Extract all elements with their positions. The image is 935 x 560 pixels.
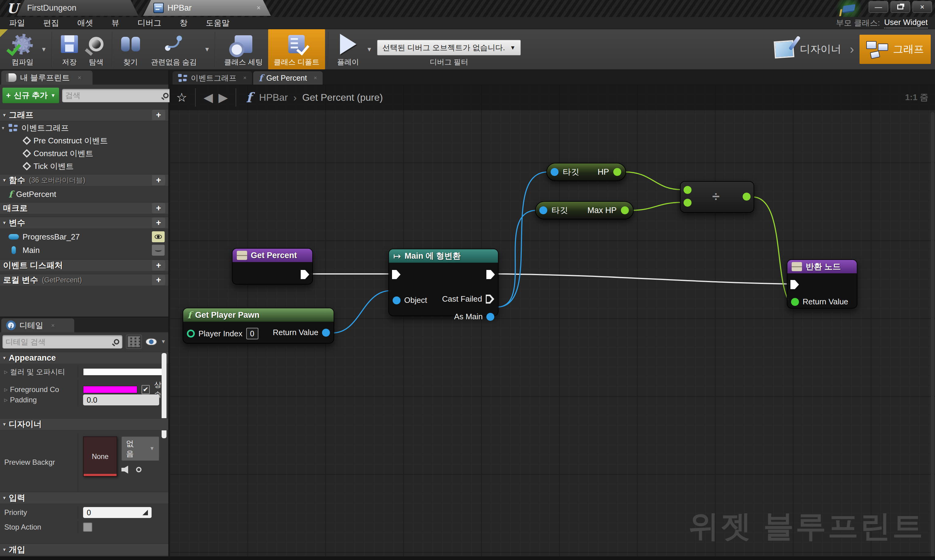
breadcrumb-current[interactable]: Get Percent (pure) (302, 92, 383, 103)
graph-mode-button[interactable]: 그래프 (860, 35, 931, 64)
play-options-dropdown[interactable]: ▼ (364, 46, 374, 53)
hp-output-pin[interactable] (613, 168, 621, 176)
input-section-header[interactable]: ▾ 입력 (0, 492, 168, 504)
return-value-output-pin[interactable] (322, 329, 330, 337)
menu-help[interactable]: 도움말 (197, 18, 238, 28)
menu-debug[interactable]: 디버그 (128, 18, 171, 28)
tab-close-icon[interactable]: × (257, 4, 260, 12)
nav-forward-icon[interactable]: ▶ (218, 91, 228, 105)
exec-output-pin[interactable] (301, 270, 309, 279)
tab-close-icon[interactable]: × (243, 75, 246, 81)
details-search[interactable] (2, 335, 122, 348)
player-index-value-input[interactable]: 0 (246, 328, 258, 339)
exec-output-pin[interactable] (486, 270, 495, 279)
target-input-pin[interactable] (551, 168, 558, 176)
as-main-output-pin[interactable] (486, 313, 494, 321)
variables-section-header[interactable]: ▾ 변수 + (0, 217, 168, 229)
priority-input[interactable]: 0 (83, 507, 152, 518)
cast-failed-exec-pin[interactable] (486, 295, 494, 304)
expand-icon[interactable]: ▷ (4, 397, 8, 402)
drag-value-icon[interactable] (143, 510, 148, 515)
bookmark-star-icon[interactable]: ☆ (176, 91, 187, 105)
play-button[interactable]: 플레이 (332, 29, 364, 69)
debug-object-dropdown[interactable]: 선택된 디버그 오브젝트가 없습니다. ▼ (377, 40, 521, 55)
variable-visible-toggle[interactable] (152, 231, 165, 242)
designer-mode-button[interactable]: 디자이너 (800, 42, 841, 56)
progressbar-variable-item[interactable]: ProgressBar_27 (0, 231, 168, 242)
stop-action-checkbox[interactable] (83, 523, 92, 532)
macros-section-header[interactable]: 매크로 + (0, 202, 168, 214)
compile-options-dropdown[interactable]: ▼ (39, 46, 49, 53)
property-matrix-button[interactable] (126, 335, 142, 349)
details-search-input[interactable] (6, 337, 114, 346)
event-graph-tab[interactable]: 이벤트그래프 × (172, 71, 252, 85)
add-new-button[interactable]: + 신규 추가 ▼ (2, 88, 59, 103)
graph-vertical-scrollbar[interactable] (931, 112, 934, 557)
target-input-pin[interactable] (539, 206, 547, 214)
inherit-checkbox[interactable]: ✔ (141, 385, 150, 394)
add-graph-button[interactable]: + (152, 110, 165, 120)
menu-file[interactable]: 파일 (0, 18, 34, 28)
find-button[interactable]: 찾기 (116, 29, 146, 69)
foreground-color-swatch[interactable] (83, 386, 137, 393)
menu-window[interactable]: 창 (171, 18, 197, 28)
object-input-pin[interactable] (393, 297, 401, 305)
node-divide[interactable]: ÷ (680, 181, 754, 213)
add-dispatcher-button[interactable]: + (152, 260, 165, 271)
save-button[interactable]: 저장 (55, 29, 83, 69)
player-index-input-pin[interactable] (187, 329, 195, 337)
asset-tab-hpbar[interactable]: HPBar × (143, 0, 271, 16)
event-graph-item[interactable]: ▾ 이벤트그래프 (0, 122, 168, 133)
class-settings-button[interactable]: 클래스 세팅 (218, 29, 268, 69)
event-dispatchers-section-header[interactable]: 이벤트 디스패처 + (0, 259, 168, 271)
restore-button[interactable] (890, 1, 910, 13)
max-hp-output-pin[interactable] (621, 206, 629, 214)
pre-construct-event-item[interactable]: Pre Construct 이벤트 (0, 135, 168, 146)
graphs-section-header[interactable]: ▾ 그래프 + (0, 109, 168, 121)
variable-hidden-toggle[interactable] (152, 245, 165, 255)
menu-edit[interactable]: 편집 (34, 18, 68, 28)
hide-unrelated-options-dropdown[interactable]: ▼ (202, 46, 212, 53)
color-opacity-swatch[interactable] (83, 368, 164, 375)
add-variable-button[interactable]: + (152, 218, 165, 228)
asset-tab-firstdungeon[interactable]: FirstDungeon (17, 0, 138, 16)
minimize-button[interactable]: — (869, 1, 888, 13)
browse-asset-icon[interactable] (136, 467, 141, 472)
panel-close-icon[interactable]: × (51, 322, 55, 329)
intervention-section-header[interactable]: ▾ 개입 (0, 543, 168, 556)
browse-button[interactable]: 탐색 (83, 29, 109, 69)
construct-event-item[interactable]: Construct 이벤트 (0, 148, 168, 159)
node-get-player-pawn[interactable]: f Get Player Pawn Player Index 0 Return … (183, 308, 334, 344)
details-filter-dropdown-icon[interactable]: ▼ (161, 339, 166, 345)
preview-background-thumbnail[interactable]: None (83, 437, 117, 477)
expand-icon[interactable]: ▷ (4, 387, 8, 392)
functions-section-header[interactable]: ▾ 함수 (36 오버라이더블) + (0, 174, 168, 186)
class-defaults-button[interactable]: 클래스 디폴트 (268, 29, 325, 69)
main-variable-item[interactable]: Main (0, 245, 168, 255)
designer-section-header[interactable]: ▾ 디자이너 (0, 418, 168, 430)
exec-input-pin[interactable] (790, 280, 799, 289)
nav-back-icon[interactable]: ◀ (204, 91, 213, 105)
add-macro-button[interactable]: + (152, 203, 165, 213)
divide-input-a-pin[interactable] (684, 186, 692, 194)
divide-input-b-pin[interactable] (684, 199, 692, 207)
getpercent-function-item[interactable]: f GetPercent (0, 189, 168, 200)
details-filter-icon[interactable] (146, 338, 157, 345)
my-blueprint-tab[interactable]: 내 블루프린트 × (1, 71, 92, 85)
add-function-button[interactable]: + (152, 175, 165, 185)
blueprint-search[interactable] (62, 89, 172, 102)
local-variables-section-header[interactable]: 로컬 변수 (GetPercent) + (0, 274, 168, 286)
add-local-variable-button[interactable]: + (152, 275, 165, 285)
expand-icon[interactable]: ▷ (4, 369, 8, 374)
node-get-percent-entry[interactable]: Get Percent (232, 248, 313, 285)
padding-input[interactable]: 0.0 (83, 394, 159, 405)
menu-asset[interactable]: 애셋 (68, 18, 102, 28)
return-value-input-pin[interactable] (791, 298, 799, 306)
tick-event-item[interactable]: Tick 이벤트 (0, 161, 168, 172)
get-percent-tab[interactable]: f Get Percent × (253, 71, 322, 85)
divide-output-pin[interactable] (743, 193, 750, 200)
preview-background-dropdown[interactable]: 없음 ▼ (121, 437, 159, 461)
use-selected-asset-icon[interactable] (121, 466, 128, 474)
tab-close-icon[interactable]: × (314, 75, 317, 81)
node-get-hp[interactable]: 타깃 HP (546, 163, 626, 181)
